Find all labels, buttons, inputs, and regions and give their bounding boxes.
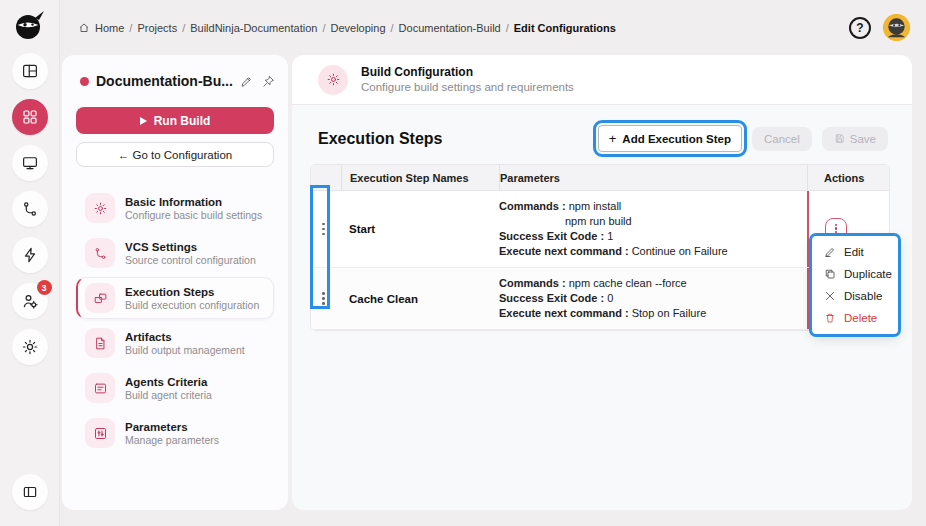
nav-item-execution-steps[interactable]: Execution Steps Build execution configur… [76, 277, 274, 319]
copy-icon [824, 268, 836, 280]
run-build-button[interactable]: Run Build [76, 107, 274, 134]
page-title: Build Configuration [361, 65, 574, 80]
save-icon [834, 133, 845, 144]
drag-dots-icon [322, 223, 330, 236]
breadcrumb-current[interactable]: Edit Configurations [514, 22, 616, 34]
dashboard-layout-icon [21, 62, 39, 80]
agent-card-icon [85, 373, 115, 403]
menu-item-disable[interactable]: Disable [812, 285, 898, 307]
pin-project-button[interactable] [262, 75, 275, 88]
x-icon [824, 290, 836, 302]
rail-item-pipelines[interactable] [12, 191, 48, 227]
rail-item-quick-run[interactable] [12, 237, 48, 273]
rail-item-collapse-sidebar[interactable] [12, 474, 48, 510]
pin-icon [262, 75, 275, 88]
project-title: Documentation-Bu... [96, 73, 233, 89]
nav-item-title: Agents Criteria [125, 375, 212, 389]
nav-item-title: Parameters [125, 420, 219, 434]
git-branch-icon [21, 200, 39, 218]
project-status-dot [80, 77, 89, 86]
play-icon [140, 117, 147, 125]
execution-steps-table: Execution Step Names Parameters Actions … [310, 164, 890, 331]
apps-grid-icon [21, 108, 39, 126]
nav-item-subtitle: Source control configuration [125, 254, 256, 267]
pencil-icon [824, 246, 836, 258]
drag-handle[interactable] [311, 268, 341, 329]
section-title: Execution Steps [318, 130, 442, 148]
column-header-actions: Actions [807, 165, 889, 190]
step-name: Cache Clean [341, 268, 499, 329]
trash-icon [824, 312, 836, 324]
document-icon [85, 328, 115, 358]
breadcrumb-project[interactable]: BuildNinja-Documentation [190, 22, 317, 34]
lightning-icon [21, 246, 39, 264]
buildninja-logo[interactable] [12, 7, 48, 43]
save-button[interactable]: Save [822, 127, 888, 151]
main-content: Build Configuration Configure build sett… [292, 55, 912, 510]
column-header-names: Execution Step Names [341, 165, 499, 190]
nav-item-subtitle: Build output management [125, 344, 245, 357]
sliders-icon [85, 418, 115, 448]
table-header: Execution Step Names Parameters Actions [311, 165, 889, 191]
nav-item-title: Execution Steps [125, 285, 259, 299]
execution-steps-icon [85, 283, 115, 313]
table-row: Start Commands : npm install npm run bui… [311, 191, 889, 268]
help-button[interactable]: ? [849, 17, 871, 39]
rail-item-settings[interactable] [12, 329, 48, 365]
rail-item-projects[interactable] [12, 99, 48, 135]
project-sidebar: Documentation-Bu... Run Build ← Go to Co… [62, 55, 288, 510]
rail-item-users[interactable]: 3 [12, 283, 48, 319]
breadcrumb: Home / Projects / BuildNinja-Documentati… [78, 22, 616, 34]
rail-item-agents-monitor[interactable] [12, 145, 48, 181]
menu-item-duplicate[interactable]: Duplicate [812, 263, 898, 285]
nav-item-agents-criteria[interactable]: Agents Criteria Build agent criteria [76, 367, 274, 409]
top-bar: Home / Projects / BuildNinja-Documentati… [60, 0, 926, 55]
menu-item-delete[interactable]: Delete [812, 307, 898, 329]
edit-project-name-button[interactable] [240, 75, 253, 88]
breadcrumb-build[interactable]: Documentation-Build [399, 22, 501, 34]
nav-item-subtitle: Build execution configuration [125, 299, 259, 312]
step-parameters: Commands : npm install npm run build Suc… [499, 191, 807, 267]
icon-rail: 3 [0, 0, 60, 526]
page-subtitle: Configure build settings and requirement… [361, 80, 574, 94]
nav-item-title: Basic Information [125, 195, 262, 209]
menu-item-edit[interactable]: Edit [812, 241, 898, 263]
step-name: Start [341, 191, 499, 267]
breadcrumb-projects[interactable]: Projects [137, 22, 177, 34]
rail-item-dashboard[interactable] [12, 53, 48, 89]
notification-badge: 3 [37, 280, 52, 295]
table-row: Cache Clean Commands : npm cache clean -… [311, 268, 889, 330]
pencil-icon [240, 75, 253, 88]
user-avatar[interactable] [883, 14, 910, 41]
go-to-configuration-button[interactable]: ← Go to Configuration [76, 142, 274, 167]
plus-icon: + [609, 131, 617, 146]
column-header-parameters: Parameters [499, 165, 807, 190]
add-execution-step-button[interactable]: + Add Execution Step [598, 125, 742, 152]
user-gear-icon [21, 292, 39, 310]
breadcrumb-home[interactable]: Home [95, 22, 124, 34]
monitor-icon [21, 154, 39, 172]
nav-item-subtitle: Build agent criteria [125, 389, 212, 402]
cancel-button[interactable]: Cancel [752, 127, 812, 151]
nav-item-parameters[interactable]: Parameters Manage parameters [76, 412, 274, 454]
nav-item-basic-information[interactable]: Basic Information Configure basic build … [76, 187, 274, 229]
gear-icon [318, 65, 348, 95]
breadcrumb-subproject[interactable]: Developing [330, 22, 385, 34]
kebab-menu-icon [835, 224, 838, 235]
git-branch-icon [85, 238, 115, 268]
step-parameters: Commands : npm cache clean --force Succe… [499, 268, 807, 329]
gear-icon [85, 193, 115, 223]
drag-handle[interactable] [311, 191, 341, 267]
nav-item-title: Artifacts [125, 330, 245, 344]
build-configuration-header: Build Configuration Configure build sett… [292, 55, 912, 105]
drag-dots-icon [322, 292, 330, 305]
nav-item-subtitle: Manage parameters [125, 434, 219, 447]
nav-item-artifacts[interactable]: Artifacts Build output management [76, 322, 274, 364]
home-icon [78, 22, 90, 34]
nav-item-vcs-settings[interactable]: VCS Settings Source control configuratio… [76, 232, 274, 274]
nav-item-subtitle: Configure basic build settings [125, 209, 262, 222]
nav-item-title: VCS Settings [125, 240, 256, 254]
config-nav: Basic Information Configure basic build … [76, 187, 274, 454]
question-mark-icon: ? [856, 21, 863, 35]
sidebar-panel-icon [21, 483, 39, 501]
